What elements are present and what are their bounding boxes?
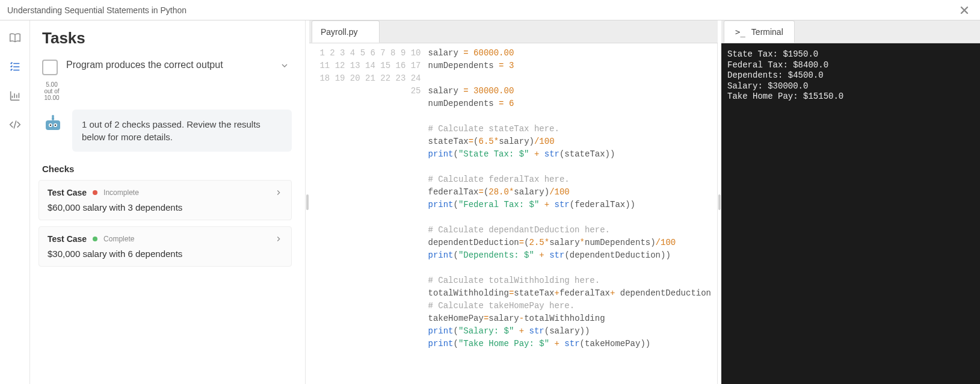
tasks-heading: Tasks — [39, 29, 292, 48]
test-case-desc: $30,000 salary with 6 dependents — [48, 249, 283, 259]
score-display: 5.00 out of 10.00 — [39, 81, 61, 101]
tasks-panel: Tasks Program produces the correct outpu… — [30, 20, 306, 384]
close-icon — [960, 5, 969, 15]
terminal-tab-label: Terminal — [751, 27, 783, 37]
terminal-tabbar: >_ Terminal — [721, 20, 980, 43]
panel-splitter-right[interactable] — [718, 20, 721, 384]
score-earned: 5.00 — [42, 81, 61, 88]
test-case[interactable]: Test CaseIncomplete$60,000 salary with 3… — [39, 180, 292, 220]
sidebar-rail — [0, 20, 30, 384]
test-case-status: Complete — [103, 235, 268, 243]
expand-button[interactable] — [274, 235, 283, 243]
expand-button[interactable] — [277, 58, 292, 73]
code-content[interactable]: salary = 60000.00 numDependents = 3 sala… — [425, 43, 717, 384]
chevron-right-icon — [274, 188, 283, 197]
status-dot-icon — [93, 237, 97, 241]
editor-tab[interactable]: Payroll.py — [312, 20, 380, 43]
svg-point-3 — [50, 125, 52, 126]
terminal-panel: >_ Terminal State Tax: $1950.0 Federal T… — [721, 20, 980, 384]
task-label: Program produces the correct output — [66, 58, 269, 70]
test-case-label: Test Case — [48, 234, 87, 244]
test-case[interactable]: Test CaseComplete$30,000 salary with 6 d… — [39, 226, 292, 267]
terminal-output[interactable]: State Tax: $1950.0 Federal Tax: $8400.0 … — [721, 43, 980, 384]
checks-heading: Checks — [39, 164, 292, 174]
chevron-down-icon — [280, 61, 289, 70]
list-icon[interactable] — [8, 60, 22, 73]
status-dot-icon — [93, 190, 97, 195]
prompt-icon: >_ — [735, 27, 745, 37]
svg-point-4 — [55, 125, 57, 126]
bot-avatar — [42, 113, 64, 135]
expand-button[interactable] — [274, 188, 283, 197]
test-case-desc: $60,000 salary with 3 dependents — [48, 202, 283, 212]
task-item[interactable]: Program produces the correct output — [39, 58, 292, 75]
chevron-right-icon — [274, 235, 283, 243]
score-total: 10.00 — [42, 94, 61, 101]
page-title: Understanding Sequential Statements in P… — [7, 5, 956, 15]
panel-splitter-left[interactable] — [306, 20, 309, 384]
svg-point-6 — [52, 115, 54, 117]
line-gutter: 1 2 3 4 5 6 7 8 9 10 11 12 13 14 15 16 1… — [309, 43, 425, 384]
bot-message: 1 out of 2 checks passed. Review the res… — [72, 110, 292, 152]
close-button[interactable] — [956, 5, 973, 15]
editor-area: Payroll.py 1 2 3 4 5 6 7 8 9 10 11 12 13… — [309, 20, 718, 384]
terminal-tab[interactable]: >_ Terminal — [724, 20, 795, 43]
title-bar: Understanding Sequential Statements in P… — [0, 0, 980, 20]
test-case-label: Test Case — [48, 188, 87, 197]
test-case-status: Incomplete — [103, 188, 268, 197]
task-checkbox[interactable] — [42, 60, 58, 75]
book-icon[interactable] — [8, 31, 22, 45]
chart-icon[interactable] — [8, 89, 22, 102]
score-middle: out of — [42, 88, 61, 94]
code-editor[interactable]: 1 2 3 4 5 6 7 8 9 10 11 12 13 14 15 16 1… — [309, 43, 718, 384]
code-icon[interactable] — [8, 118, 22, 131]
svg-rect-0 — [46, 120, 60, 130]
editor-tabbar: Payroll.py — [309, 20, 718, 43]
